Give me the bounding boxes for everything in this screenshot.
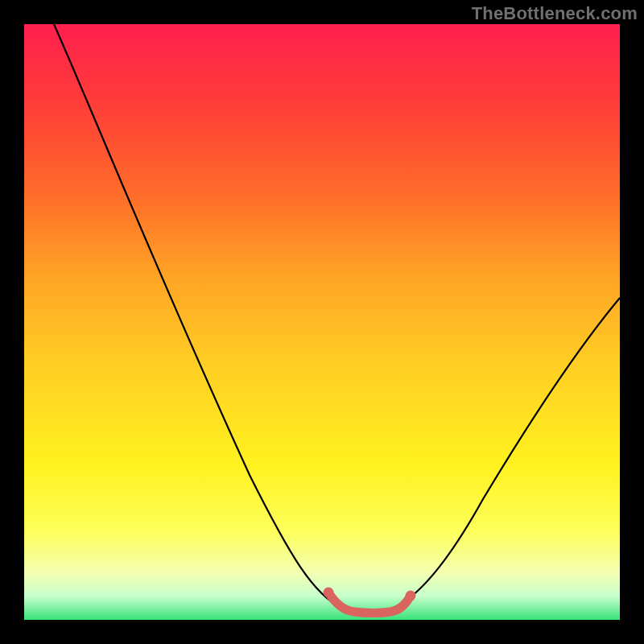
- watermark-label: TheBottleneck.com: [472, 3, 638, 24]
- optimal-left-endpoint-icon: [324, 588, 334, 598]
- optimal-right-endpoint-icon: [406, 591, 416, 601]
- optimal-zone-marker: [328, 592, 411, 613]
- chart-frame: TheBottleneck.com: [0, 0, 644, 644]
- bottleneck-curve: [54, 24, 620, 612]
- curve-overlay: [24, 24, 620, 620]
